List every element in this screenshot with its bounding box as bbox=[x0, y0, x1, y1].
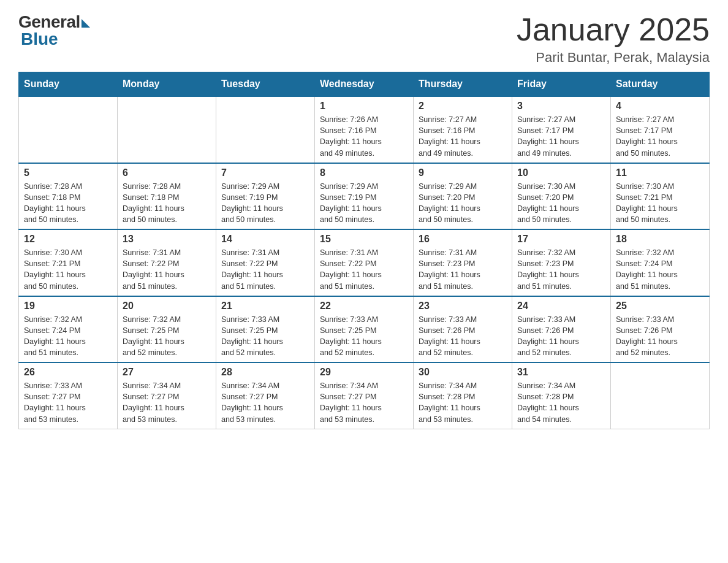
logo-arrow-icon bbox=[82, 19, 90, 28]
day-info: Sunrise: 7:26 AM Sunset: 7:16 PM Dayligh… bbox=[320, 114, 408, 159]
weekday-header-thursday: Thursday bbox=[414, 72, 512, 97]
day-cell-23: 23Sunrise: 7:33 AM Sunset: 7:26 PM Dayli… bbox=[414, 296, 512, 363]
calendar-table: SundayMondayTuesdayWednesdayThursdayFrid… bbox=[18, 72, 710, 429]
day-cell-21: 21Sunrise: 7:33 AM Sunset: 7:25 PM Dayli… bbox=[216, 296, 315, 363]
month-title: January 2025 bbox=[517, 12, 710, 47]
day-number: 25 bbox=[616, 301, 704, 312]
week-row-4: 19Sunrise: 7:32 AM Sunset: 7:24 PM Dayli… bbox=[19, 296, 710, 363]
day-cell-15: 15Sunrise: 7:31 AM Sunset: 7:22 PM Dayli… bbox=[315, 229, 414, 296]
logo: General Blue bbox=[18, 12, 90, 49]
day-info: Sunrise: 7:31 AM Sunset: 7:22 PM Dayligh… bbox=[123, 247, 211, 292]
day-number: 12 bbox=[24, 234, 112, 245]
day-number: 28 bbox=[221, 367, 309, 378]
day-cell-29: 29Sunrise: 7:34 AM Sunset: 7:27 PM Dayli… bbox=[315, 362, 414, 429]
day-cell-5: 5Sunrise: 7:28 AM Sunset: 7:18 PM Daylig… bbox=[19, 163, 118, 230]
day-info: Sunrise: 7:33 AM Sunset: 7:26 PM Dayligh… bbox=[616, 314, 704, 359]
day-info: Sunrise: 7:34 AM Sunset: 7:27 PM Dayligh… bbox=[123, 380, 211, 425]
weekday-header-sunday: Sunday bbox=[19, 72, 118, 97]
day-number: 8 bbox=[320, 167, 408, 178]
day-info: Sunrise: 7:30 AM Sunset: 7:21 PM Dayligh… bbox=[24, 247, 112, 292]
day-info: Sunrise: 7:34 AM Sunset: 7:28 PM Dayligh… bbox=[419, 380, 507, 425]
day-info: Sunrise: 7:29 AM Sunset: 7:19 PM Dayligh… bbox=[320, 181, 408, 226]
day-number: 4 bbox=[616, 101, 704, 112]
day-number: 6 bbox=[123, 167, 211, 178]
day-cell-22: 22Sunrise: 7:33 AM Sunset: 7:25 PM Dayli… bbox=[315, 296, 414, 363]
day-info: Sunrise: 7:29 AM Sunset: 7:20 PM Dayligh… bbox=[419, 181, 507, 226]
day-cell-11: 11Sunrise: 7:30 AM Sunset: 7:21 PM Dayli… bbox=[611, 163, 710, 230]
day-info: Sunrise: 7:29 AM Sunset: 7:19 PM Dayligh… bbox=[221, 181, 309, 226]
day-number: 5 bbox=[24, 167, 112, 178]
day-number: 19 bbox=[24, 301, 112, 312]
day-number: 23 bbox=[419, 301, 507, 312]
day-cell-27: 27Sunrise: 7:34 AM Sunset: 7:27 PM Dayli… bbox=[118, 362, 216, 429]
day-info: Sunrise: 7:33 AM Sunset: 7:25 PM Dayligh… bbox=[320, 314, 408, 359]
week-row-3: 12Sunrise: 7:30 AM Sunset: 7:21 PM Dayli… bbox=[19, 229, 710, 296]
location-title: Parit Buntar, Perak, Malaysia bbox=[517, 50, 710, 66]
day-number: 1 bbox=[320, 101, 408, 112]
logo-blue-text: Blue bbox=[21, 29, 58, 49]
day-number: 14 bbox=[221, 234, 309, 245]
day-cell-10: 10Sunrise: 7:30 AM Sunset: 7:20 PM Dayli… bbox=[512, 163, 611, 230]
day-cell-25: 25Sunrise: 7:33 AM Sunset: 7:26 PM Dayli… bbox=[611, 296, 710, 363]
day-cell-30: 30Sunrise: 7:34 AM Sunset: 7:28 PM Dayli… bbox=[414, 362, 512, 429]
day-info: Sunrise: 7:34 AM Sunset: 7:27 PM Dayligh… bbox=[221, 380, 309, 425]
day-number: 17 bbox=[517, 234, 605, 245]
day-cell-26: 26Sunrise: 7:33 AM Sunset: 7:27 PM Dayli… bbox=[19, 362, 118, 429]
page-header: General Blue January 2025 Parit Buntar, … bbox=[18, 12, 710, 66]
day-cell-14: 14Sunrise: 7:31 AM Sunset: 7:22 PM Dayli… bbox=[216, 229, 315, 296]
day-number: 10 bbox=[517, 167, 605, 178]
day-number: 15 bbox=[320, 234, 408, 245]
day-info: Sunrise: 7:34 AM Sunset: 7:28 PM Dayligh… bbox=[517, 380, 605, 425]
day-number: 2 bbox=[419, 101, 507, 112]
day-info: Sunrise: 7:31 AM Sunset: 7:22 PM Dayligh… bbox=[320, 247, 408, 292]
day-cell-7: 7Sunrise: 7:29 AM Sunset: 7:19 PM Daylig… bbox=[216, 163, 315, 230]
day-cell-28: 28Sunrise: 7:34 AM Sunset: 7:27 PM Dayli… bbox=[216, 362, 315, 429]
empty-cell bbox=[19, 96, 118, 163]
day-info: Sunrise: 7:32 AM Sunset: 7:23 PM Dayligh… bbox=[517, 247, 605, 292]
day-number: 22 bbox=[320, 301, 408, 312]
day-number: 24 bbox=[517, 301, 605, 312]
day-cell-3: 3Sunrise: 7:27 AM Sunset: 7:17 PM Daylig… bbox=[512, 96, 611, 163]
day-info: Sunrise: 7:32 AM Sunset: 7:24 PM Dayligh… bbox=[24, 314, 112, 359]
day-cell-20: 20Sunrise: 7:32 AM Sunset: 7:25 PM Dayli… bbox=[118, 296, 216, 363]
day-info: Sunrise: 7:28 AM Sunset: 7:18 PM Dayligh… bbox=[24, 181, 112, 226]
day-cell-12: 12Sunrise: 7:30 AM Sunset: 7:21 PM Dayli… bbox=[19, 229, 118, 296]
empty-cell bbox=[216, 96, 315, 163]
day-number: 26 bbox=[24, 367, 112, 378]
day-number: 13 bbox=[123, 234, 211, 245]
day-cell-2: 2Sunrise: 7:27 AM Sunset: 7:16 PM Daylig… bbox=[414, 96, 512, 163]
day-info: Sunrise: 7:33 AM Sunset: 7:26 PM Dayligh… bbox=[419, 314, 507, 359]
weekday-header-saturday: Saturday bbox=[611, 72, 710, 97]
day-number: 7 bbox=[221, 167, 309, 178]
day-cell-4: 4Sunrise: 7:27 AM Sunset: 7:17 PM Daylig… bbox=[611, 96, 710, 163]
day-info: Sunrise: 7:28 AM Sunset: 7:18 PM Dayligh… bbox=[123, 181, 211, 226]
day-info: Sunrise: 7:30 AM Sunset: 7:20 PM Dayligh… bbox=[517, 181, 605, 226]
day-info: Sunrise: 7:27 AM Sunset: 7:17 PM Dayligh… bbox=[517, 114, 605, 159]
day-cell-9: 9Sunrise: 7:29 AM Sunset: 7:20 PM Daylig… bbox=[414, 163, 512, 230]
day-info: Sunrise: 7:32 AM Sunset: 7:24 PM Dayligh… bbox=[616, 247, 704, 292]
day-cell-19: 19Sunrise: 7:32 AM Sunset: 7:24 PM Dayli… bbox=[19, 296, 118, 363]
week-row-1: 1Sunrise: 7:26 AM Sunset: 7:16 PM Daylig… bbox=[19, 96, 710, 163]
day-info: Sunrise: 7:31 AM Sunset: 7:23 PM Dayligh… bbox=[419, 247, 507, 292]
day-number: 18 bbox=[616, 234, 704, 245]
week-row-2: 5Sunrise: 7:28 AM Sunset: 7:18 PM Daylig… bbox=[19, 163, 710, 230]
day-cell-13: 13Sunrise: 7:31 AM Sunset: 7:22 PM Dayli… bbox=[118, 229, 216, 296]
day-number: 29 bbox=[320, 367, 408, 378]
day-number: 30 bbox=[419, 367, 507, 378]
day-number: 3 bbox=[517, 101, 605, 112]
day-info: Sunrise: 7:32 AM Sunset: 7:25 PM Dayligh… bbox=[123, 314, 211, 359]
day-cell-1: 1Sunrise: 7:26 AM Sunset: 7:16 PM Daylig… bbox=[315, 96, 414, 163]
day-cell-8: 8Sunrise: 7:29 AM Sunset: 7:19 PM Daylig… bbox=[315, 163, 414, 230]
calendar-header-row: SundayMondayTuesdayWednesdayThursdayFrid… bbox=[19, 72, 710, 97]
day-cell-18: 18Sunrise: 7:32 AM Sunset: 7:24 PM Dayli… bbox=[611, 229, 710, 296]
empty-cell bbox=[118, 96, 216, 163]
week-row-5: 26Sunrise: 7:33 AM Sunset: 7:27 PM Dayli… bbox=[19, 362, 710, 429]
day-cell-24: 24Sunrise: 7:33 AM Sunset: 7:26 PM Dayli… bbox=[512, 296, 611, 363]
day-number: 21 bbox=[221, 301, 309, 312]
day-info: Sunrise: 7:33 AM Sunset: 7:25 PM Dayligh… bbox=[221, 314, 309, 359]
day-number: 20 bbox=[123, 301, 211, 312]
day-number: 9 bbox=[419, 167, 507, 178]
weekday-header-friday: Friday bbox=[512, 72, 611, 97]
day-cell-16: 16Sunrise: 7:31 AM Sunset: 7:23 PM Dayli… bbox=[414, 229, 512, 296]
title-block: January 2025 Parit Buntar, Perak, Malays… bbox=[517, 12, 710, 66]
